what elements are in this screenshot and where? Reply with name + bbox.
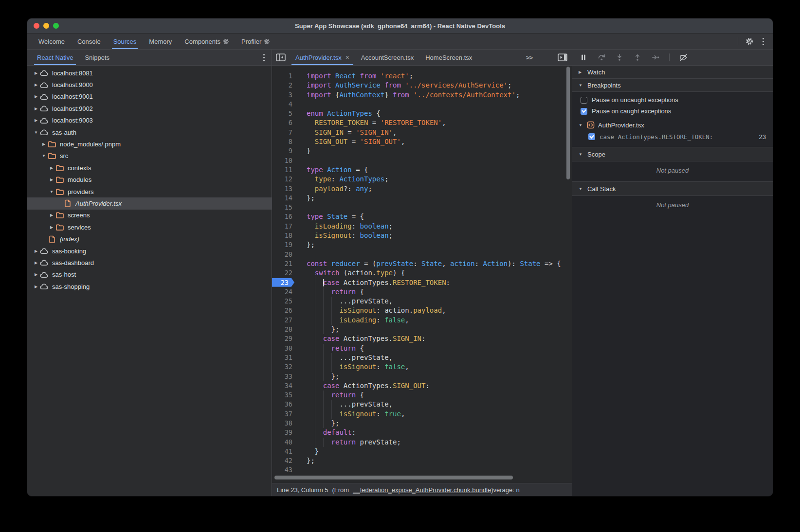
chevron-right-icon[interactable]: ▶ [33,272,39,277]
line-number[interactable]: 37 [272,409,295,419]
line-number[interactable]: 1 [272,71,295,81]
code-line-19[interactable]: 19}; [272,240,572,249]
line-number[interactable]: 31 [272,353,295,362]
line-number[interactable]: 30 [272,344,295,353]
code-line-3[interactable]: 3import {AuthContext} from '../contexts/… [272,90,572,100]
editor-tab-authprovider-tsx[interactable]: AuthProvider.tsx× [290,50,355,65]
code-line-text[interactable] [295,100,307,109]
step-button[interactable] [651,53,660,62]
line-number[interactable]: 26 [272,306,295,315]
line-number[interactable]: 5 [272,109,295,118]
code-line-35[interactable]: 35 return { [272,390,572,400]
code-line-text[interactable]: isLoading: boolean; [295,222,393,231]
code-line-41[interactable]: 41 } [272,447,572,456]
code-line-text[interactable]: type Action = { [295,165,368,175]
chevron-right-icon[interactable]: ▶ [48,213,55,217]
step-into-button[interactable] [615,53,624,62]
pause-caught-row[interactable]: Pause on caught exceptions [572,106,773,117]
code-line-text[interactable]: return prevState; [295,438,401,447]
tree-row-sas-shopping[interactable]: ▶sas-shopping [27,281,272,292]
code-line-13[interactable]: 13 payload?: any; [272,184,572,194]
tab-close-icon[interactable]: × [345,54,349,61]
line-number[interactable]: 13 [272,184,295,194]
code-line-text[interactable]: import React from 'react'; [295,71,413,81]
line-number[interactable]: 20 [272,250,295,259]
code-line-18[interactable]: 18 isSignout: boolean; [272,231,572,240]
code-line-24[interactable]: 24 return { [272,287,572,297]
tree-row-localhost-9003[interactable]: ▶localhost:9003 [27,115,272,126]
code-line-text[interactable]: import {AuthContext} from '../contexts/A… [295,90,520,100]
chevron-down-icon[interactable]: ▼ [40,154,47,158]
code-line-text[interactable]: case ActionTypes.RESTORE_TOKEN: [295,278,450,287]
code-line-16[interactable]: 16type State = { [272,212,572,221]
code-line-text[interactable]: isSignout: boolean; [295,231,393,240]
code-line-2[interactable]: 2import AuthService from '../services/Au… [272,81,572,90]
window-titlebar[interactable]: Super App Showcase (sdk_gphone64_arm64) … [27,18,773,34]
checkbox-checked-icon[interactable] [581,108,587,115]
chevron-right-icon[interactable]: ▶ [48,177,55,182]
chevron-down-icon[interactable]: ▼ [48,190,55,194]
code-line-12[interactable]: 12 type: ActionTypes; [272,175,572,184]
line-number[interactable]: 17 [272,222,295,231]
code-line-text[interactable]: enum ActionTypes { [295,109,381,118]
pause-uncaught-row[interactable]: Pause on uncaught exceptions [572,94,773,106]
code-line-text[interactable]: ...prevState, [295,353,393,362]
checkbox-checked-icon[interactable] [588,133,595,140]
line-number[interactable]: 33 [272,372,295,381]
code-line-7[interactable]: 7 SIGN_IN = 'SIGN_IN', [272,128,572,137]
chevron-down-icon[interactable]: ▼ [33,130,39,135]
tree-row-localhost-8081[interactable]: ▶localhost:8081 [27,67,272,79]
line-number[interactable]: 14 [272,194,295,203]
code-line-9[interactable]: 9} [272,146,572,156]
code-line-36[interactable]: 36 ...prevState, [272,400,572,409]
tree-row-localhost-9000[interactable]: ▶localhost:9000 [27,79,272,90]
tree-row-services[interactable]: ▶services [27,221,272,233]
line-number[interactable]: 36 [272,400,295,409]
tab-sources[interactable]: Sources [107,34,143,49]
code-line-text[interactable]: return { [295,390,364,400]
line-number[interactable]: 21 [272,259,295,268]
code-line-text[interactable]: SIGN_IN = 'SIGN_IN', [295,128,397,137]
code-line-text[interactable]: isSignout: action.payload, [295,306,446,315]
tree-row-contexts[interactable]: ▶contexts [27,162,272,174]
code-line-text[interactable]: switch (action.type) { [295,268,405,278]
code-line-42[interactable]: 42}; [272,456,572,465]
tree-row-sas-booking[interactable]: ▶sas-booking [27,245,272,257]
line-number[interactable]: 43 [272,465,295,475]
code-line-6[interactable]: 6 RESTORE_TOKEN = 'RESTORE_TOKEN', [272,118,572,127]
tree-row-node-modules-pnpm[interactable]: ▶node_modules/.pnpm [27,138,272,150]
editor-horizontal-scrollbar[interactable] [274,476,513,479]
code-line-text[interactable] [295,203,307,212]
code-line-21[interactable]: 21const reducer = (prevState: State, act… [272,259,572,268]
line-number[interactable]: 19 [272,240,295,249]
code-line-text[interactable]: }; [295,419,339,428]
code-line-39[interactable]: 39 default: [272,428,572,437]
tab-memory[interactable]: Memory [143,34,178,49]
code-line-31[interactable]: 31 ...prevState, [272,353,572,362]
code-line-27[interactable]: 27 isLoading: false, [272,316,572,325]
line-number[interactable]: 12 [272,175,295,184]
code-line-8[interactable]: 8 SIGN_OUT = 'SIGN_OUT', [272,137,572,146]
line-number[interactable]: 27 [272,316,295,325]
sidebar-more-menu-button[interactable] [261,52,267,63]
line-number[interactable]: 11 [272,165,295,175]
line-number[interactable]: 25 [272,297,295,306]
breakpoint-file-group[interactable]: ▼ AuthProvider.tsx [572,119,773,131]
chevron-right-icon[interactable]: ▶ [33,106,39,111]
sidebar-tab-react-native[interactable]: React Native [31,50,79,65]
code-line-text[interactable]: payload?: any; [295,184,372,194]
minimize-window-button[interactable] [43,23,49,29]
line-number[interactable]: 6 [272,118,295,127]
tab-welcome[interactable]: Welcome [32,34,71,49]
code-line-text[interactable]: SIGN_OUT = 'SIGN_OUT', [295,137,405,146]
tab-components[interactable]: Components [178,34,235,49]
code-line-5[interactable]: 5enum ActionTypes { [272,109,572,118]
code-editor[interactable]: 1import React from 'react';2import AuthS… [272,66,572,475]
scope-section-header[interactable]: ▼ Scope [572,147,773,161]
chevron-right-icon[interactable]: ▶ [48,225,55,230]
code-line-text[interactable]: }; [295,240,315,249]
zoom-window-button[interactable] [53,23,59,29]
code-line-37[interactable]: 37 isSignout: true, [272,409,572,419]
code-line-text[interactable]: isSignout: false, [295,362,409,372]
watch-section-header[interactable]: ▶ Watch [572,66,773,79]
